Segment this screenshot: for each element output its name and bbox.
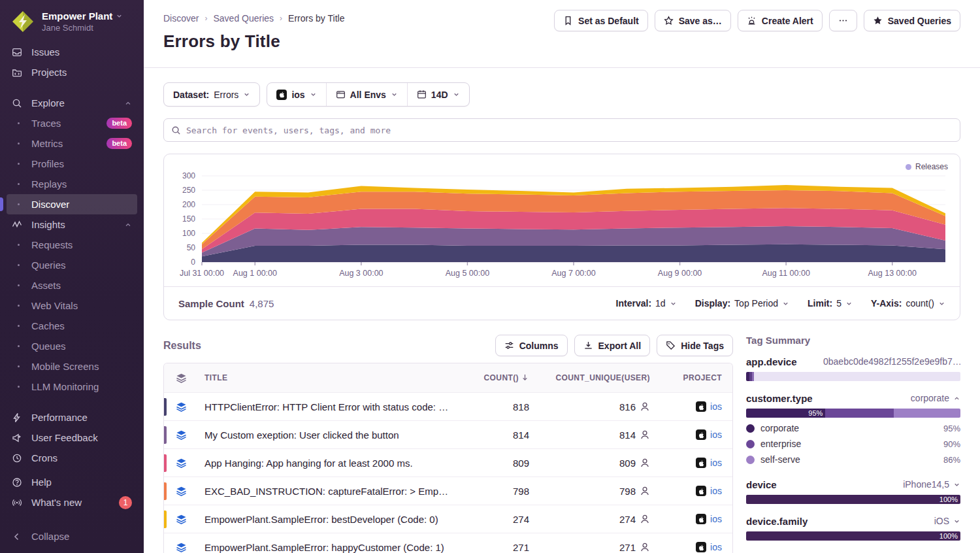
- button-label: Saved Queries: [888, 16, 951, 26]
- table-row[interactable]: EmpowerPlant.SampleError: bestDeveloper …: [164, 505, 732, 533]
- count-unique-cell: 814: [540, 429, 661, 441]
- sidebar-item-traces[interactable]: Tracesbeta: [7, 113, 137, 133]
- tag-distribution-bar[interactable]: 95%: [746, 409, 960, 418]
- project-link[interactable]: ios: [710, 486, 722, 496]
- project-link[interactable]: ios: [710, 401, 722, 412]
- saved-queries-button[interactable]: Saved Queries: [864, 10, 960, 31]
- bullet-dot-icon: [12, 361, 25, 372]
- apple-icon: [696, 486, 706, 496]
- stack-icon: [164, 401, 194, 412]
- tag-header[interactable]: app.device0baebc0de4982f1255f2e9e9fb7…: [746, 355, 960, 368]
- sidebar-item-label: Assets: [31, 280, 61, 291]
- sidebar-item-what-s-new[interactable]: What's new1: [7, 492, 137, 512]
- hide-tags-button[interactable]: Hide Tags: [657, 335, 733, 356]
- column-header-count[interactable]: COUNT(): [461, 373, 540, 382]
- sidebar-item-insights[interactable]: Insights: [7, 214, 137, 235]
- tag-header[interactable]: deviceiPhone14,5: [746, 478, 960, 491]
- dataset-selector[interactable]: Dataset: Errors: [163, 82, 260, 107]
- tag-bar-segment: [754, 372, 960, 381]
- sidebar-item-metrics[interactable]: Metricsbeta: [7, 133, 137, 154]
- breadcrumb-discover[interactable]: Discover: [163, 13, 199, 24]
- sidebar-item-requests[interactable]: Requests: [7, 235, 137, 255]
- display-selector[interactable]: Display:Top Period: [695, 298, 789, 309]
- table-row[interactable]: App Hanging: App hanging for at least 20…: [164, 448, 732, 477]
- legend-label: corporate: [760, 423, 799, 433]
- table-row[interactable]: My Custom exeption: User clicked the but…: [164, 420, 732, 448]
- sidebar-collapse-button[interactable]: Collapse: [7, 526, 74, 546]
- tag-legend-row[interactable]: corporate95%: [746, 420, 960, 436]
- environment-selector[interactable]: All Envs: [326, 83, 407, 106]
- project-link[interactable]: ios: [710, 458, 722, 468]
- project-selector[interactable]: ios: [267, 83, 325, 106]
- sidebar-item-web-vitals[interactable]: Web Vitals: [7, 295, 137, 316]
- sidebar-item-assets[interactable]: Assets: [7, 275, 137, 295]
- sidebar-item-profiles[interactable]: Profiles: [7, 154, 137, 174]
- sidebar-item-llm-monitoring[interactable]: LLM Monitoring: [7, 377, 137, 397]
- error-title-cell[interactable]: EmpowerPlant.SampleError: happyCustomer …: [194, 542, 461, 553]
- yaxis-selector[interactable]: Y-Axis:count(): [871, 298, 945, 309]
- dataset-value: Errors: [214, 90, 238, 100]
- search-input[interactable]: [164, 119, 960, 141]
- tag-top-value: 0baebc0de4982f1255f2e9e9fb7…: [823, 356, 960, 367]
- nav-row: LLM Monitoring: [0, 377, 144, 397]
- tag-distribution-bar[interactable]: 100%: [746, 531, 960, 541]
- interval-selector[interactable]: Interval:1d: [616, 298, 677, 309]
- sidebar-item-queries[interactable]: Queries: [7, 255, 137, 275]
- set-as-default-button[interactable]: Set as Default: [554, 10, 648, 31]
- tag-distribution-bar[interactable]: [746, 372, 960, 381]
- sidebar-item-mobile-screens[interactable]: Mobile Screens: [7, 356, 137, 377]
- tag-legend-row[interactable]: enterprise90%: [746, 436, 960, 452]
- error-title-cell[interactable]: EXC_BAD_INSTRUCTION: captureFatalError: …: [194, 486, 461, 497]
- tag-header[interactable]: device.familyiOS: [746, 514, 960, 528]
- project-link[interactable]: ios: [710, 542, 722, 552]
- collapse-label: Collapse: [31, 531, 69, 542]
- table-row[interactable]: HTTPClientError: HTTP Client Error with …: [164, 392, 732, 420]
- sidebar-item-queues[interactable]: Queues: [7, 336, 137, 356]
- chart-legend[interactable]: Releases: [906, 162, 948, 171]
- column-header-project[interactable]: PROJECT: [661, 373, 732, 382]
- project-link[interactable]: ios: [710, 429, 722, 440]
- project-link[interactable]: ios: [710, 514, 722, 524]
- limit-selector[interactable]: Limit:5: [808, 298, 853, 309]
- tag-name: device: [746, 479, 777, 490]
- apple-icon: [276, 90, 287, 100]
- column-header-count-unique[interactable]: COUNT_UNIQUE(USER): [540, 373, 661, 382]
- table-row[interactable]: EmpowerPlant.SampleError: happyCustomer …: [164, 533, 732, 553]
- sidebar-item-help[interactable]: Help: [7, 472, 137, 492]
- error-title-cell[interactable]: HTTPClientError: HTTP Client Error with …: [194, 401, 461, 412]
- sidebar-item-replays[interactable]: Replays: [7, 174, 137, 194]
- tag-distribution-bar[interactable]: 100%: [746, 495, 960, 504]
- tag-header[interactable]: customer.typecorporate: [746, 392, 960, 405]
- sidebar-item-crons[interactable]: Crons: [7, 448, 137, 468]
- error-title-cell[interactable]: EmpowerPlant.SampleError: bestDeveloper …: [194, 514, 461, 525]
- export-all-button[interactable]: Export All: [574, 335, 651, 356]
- breadcrumb-saved-queries[interactable]: Saved Queries: [213, 13, 274, 24]
- org-switcher[interactable]: Empower Plant Jane Schmidt: [0, 0, 144, 42]
- count-cell: 271: [461, 542, 540, 553]
- error-title-cell[interactable]: My Custom exeption: User clicked the but…: [194, 429, 461, 441]
- sidebar-item-projects[interactable]: Projects: [7, 62, 137, 82]
- sidebar-item-issues[interactable]: Issues: [7, 42, 137, 62]
- button-label: Set as Default: [578, 16, 639, 26]
- columns-icon: [504, 341, 514, 350]
- button-label: Hide Tags: [681, 341, 724, 351]
- project-cell: ios: [661, 401, 732, 412]
- more-options-button[interactable]: [829, 10, 857, 31]
- save-as--button[interactable]: Save as…: [655, 10, 731, 31]
- sidebar-item-discover[interactable]: Discover: [7, 194, 137, 214]
- sidebar-item-performance[interactable]: Performance: [7, 407, 137, 427]
- tag-legend-row[interactable]: self-serve86%: [746, 452, 960, 467]
- sidebar-item-explore[interactable]: Explore: [7, 93, 137, 113]
- button-label: Create Alert: [762, 16, 813, 26]
- date-range-selector[interactable]: 14D: [407, 83, 469, 106]
- table-row[interactable]: EXC_BAD_INSTRUCTION: captureFatalError: …: [164, 477, 732, 505]
- tag-summary-title: Tag Summary: [746, 335, 960, 346]
- column-header-title[interactable]: TITLE: [194, 373, 461, 382]
- sidebar-item-caches[interactable]: Caches: [7, 316, 137, 336]
- page-filter-group: ios All Envs 14D: [267, 82, 469, 107]
- create-alert-button[interactable]: Create Alert: [738, 10, 823, 31]
- stacked-area-chart[interactable]: 050100150200250300Jul 31 00:00Aug 1 00:0…: [164, 154, 960, 284]
- columns-button[interactable]: Columns: [495, 335, 568, 356]
- error-title-cell[interactable]: App Hanging: App hanging for at least 20…: [194, 458, 461, 469]
- sidebar-item-user-feedback[interactable]: User Feedback: [7, 427, 137, 448]
